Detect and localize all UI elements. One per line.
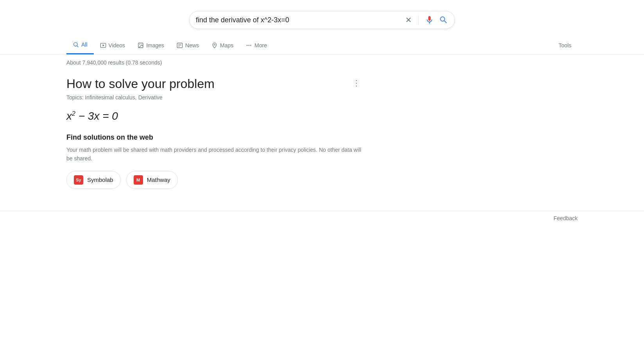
symbolab-logo-text: Sy xyxy=(76,178,81,182)
symbolab-button[interactable]: Sy Symbolab xyxy=(66,171,121,189)
search-input[interactable] xyxy=(196,16,405,24)
tab-news-label: News xyxy=(185,42,199,49)
microphone-icon[interactable] xyxy=(425,15,434,25)
tab-news[interactable]: News xyxy=(170,37,205,54)
formula-x: x2 xyxy=(66,110,75,122)
find-solutions-desc: Your math problem will be shared with ma… xyxy=(66,146,363,163)
formula-minus: − xyxy=(79,110,88,122)
mathway-label: Mathway xyxy=(147,176,170,183)
video-icon xyxy=(100,42,106,49)
tab-images-label: Images xyxy=(146,42,164,49)
tab-maps-label: Maps xyxy=(220,42,233,49)
svg-point-5 xyxy=(140,44,140,45)
provider-buttons: Sy Symbolab M Mathway xyxy=(66,171,363,189)
tools-button[interactable]: Tools xyxy=(552,37,578,54)
tools-label: Tools xyxy=(558,42,571,49)
svg-point-10 xyxy=(214,44,215,45)
solve-topics: Topics: Infinitesimal calculus, Derivati… xyxy=(66,94,363,101)
maps-icon xyxy=(211,42,218,49)
svg-point-13 xyxy=(250,45,252,46)
tab-all[interactable]: All xyxy=(66,36,94,54)
card-more-options[interactable]: ⋮ xyxy=(349,77,363,89)
svg-point-12 xyxy=(249,45,250,46)
nav-tabs: All Videos Images xyxy=(0,36,644,55)
symbolab-label: Symbolab xyxy=(87,176,113,183)
formula-zero: 0 xyxy=(112,110,118,122)
svg-line-1 xyxy=(77,46,78,47)
search-icons: ✕ xyxy=(405,15,448,25)
symbolab-logo: Sy xyxy=(74,175,83,185)
tab-more-label: More xyxy=(254,42,267,49)
divider xyxy=(418,15,419,25)
tab-all-label: All xyxy=(81,41,88,48)
mathway-logo: M xyxy=(134,175,143,185)
svg-marker-3 xyxy=(102,44,104,46)
formula-equals: = xyxy=(102,110,112,122)
search-bar-container: ✕ xyxy=(0,0,644,36)
tab-maps[interactable]: Maps xyxy=(205,37,240,54)
news-icon xyxy=(177,42,183,49)
tab-videos-label: Videos xyxy=(109,42,125,49)
solve-card: ⋮ How to solve your problem Topics: Infi… xyxy=(66,74,363,198)
search-submit-icon[interactable] xyxy=(439,15,448,25)
formula-3x: 3x xyxy=(88,110,100,122)
math-formula: x2 − 3x = 0 xyxy=(66,110,363,122)
results-area: About 7,940,000 results (0.78 seconds) ⋮… xyxy=(0,55,644,198)
all-search-icon xyxy=(73,41,79,48)
more-dots-icon xyxy=(246,42,252,49)
results-count: About 7,940,000 results (0.78 seconds) xyxy=(66,59,578,66)
footer: Feedback xyxy=(0,211,644,225)
clear-icon[interactable]: ✕ xyxy=(405,15,412,25)
tab-more[interactable]: More xyxy=(240,37,273,54)
search-bar: ✕ xyxy=(189,11,455,29)
feedback-link[interactable]: Feedback xyxy=(554,215,578,221)
find-solutions-title: Find solutions on the web xyxy=(66,133,363,142)
mathway-logo-text: M xyxy=(136,178,140,182)
mathway-button[interactable]: M Mathway xyxy=(126,171,178,189)
image-icon xyxy=(138,42,144,49)
solve-title: How to solve your problem xyxy=(66,77,363,91)
tab-videos[interactable]: Videos xyxy=(94,37,132,54)
svg-point-11 xyxy=(247,45,248,46)
tab-images[interactable]: Images xyxy=(131,37,170,54)
